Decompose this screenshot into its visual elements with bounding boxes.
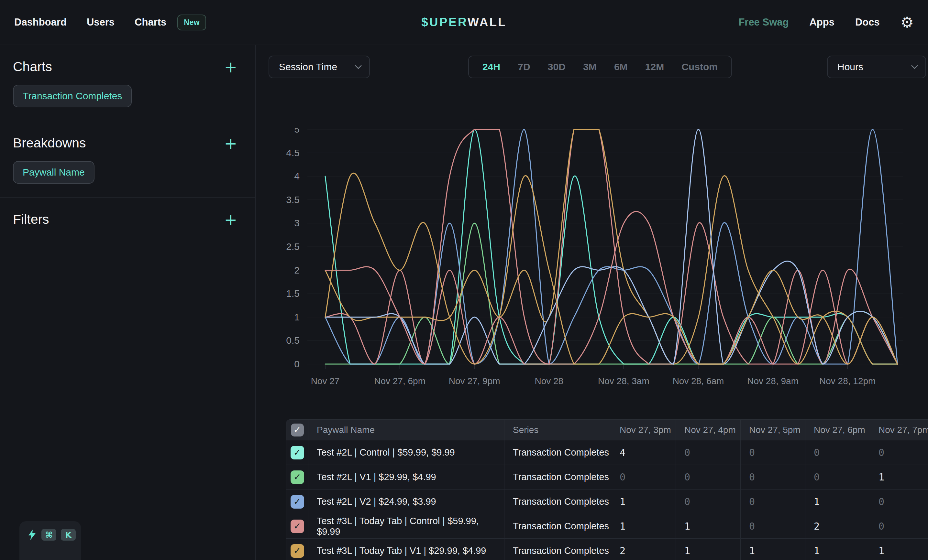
gear-icon[interactable]: ⚙ — [901, 15, 914, 30]
check-icon: ✓ — [293, 472, 301, 482]
series-cell: Transaction Completes — [504, 490, 611, 514]
table-header-row: ✓ Paywall Name Series Nov 27, 3pm Nov 27… — [286, 420, 928, 440]
value-cell: 0 — [741, 440, 805, 465]
series-cell: Transaction Completes — [504, 440, 611, 465]
check-icon: ✓ — [293, 521, 301, 531]
value-cell: 4 — [611, 440, 676, 465]
new-badge: New — [177, 15, 206, 30]
check-icon: ✓ — [293, 425, 301, 435]
filters-section-title: Filters — [13, 212, 49, 227]
nav-item-users[interactable]: Users — [87, 17, 114, 28]
value-cell: 0 — [741, 490, 805, 514]
value-cell: 2 — [805, 514, 870, 539]
column-header-hour: Nov 27, 3pm — [611, 420, 676, 440]
charts-section-title: Charts — [13, 59, 52, 75]
row-checkbox[interactable]: ✓ — [291, 495, 304, 508]
value-cell: 1 — [805, 490, 870, 514]
nav-item-free-swag[interactable]: Free Swag — [739, 17, 789, 28]
lightning-bolt-icon — [27, 529, 37, 540]
metric-select[interactable]: Session Time — [269, 56, 370, 78]
column-header-series: Series — [504, 420, 611, 440]
svg-text:5: 5 — [294, 128, 300, 134]
table-row: ✓ Test #2L | Control | $59.99, $9.99 Tra… — [286, 440, 928, 465]
value-cell: 0 — [676, 465, 741, 490]
command-palette-shortcut[interactable]: ⌘ K — [20, 521, 81, 560]
svg-text:1: 1 — [294, 312, 300, 323]
value-cell: 0 — [870, 514, 928, 539]
svg-text:2.5: 2.5 — [286, 241, 300, 252]
paywall-name-cell: Test #2L | Control | $59.99, $9.99 — [308, 440, 504, 465]
table-row: ✓ Test #2L | V2 | $24.99, $3.99 Transact… — [286, 490, 928, 514]
series-cell: Transaction Completes — [504, 465, 611, 490]
value-cell: 0 — [805, 465, 870, 490]
logo-accent-text: $UPER — [421, 15, 467, 29]
value-cell: 0 — [741, 514, 805, 539]
tab-30d[interactable]: 30D — [548, 61, 566, 72]
interval-select[interactable]: Hours — [827, 56, 926, 78]
cmd-key: ⌘ — [41, 529, 56, 540]
svg-text:0: 0 — [294, 359, 300, 369]
add-chart-button[interactable]: + — [224, 61, 237, 73]
svg-text:0.5: 0.5 — [286, 335, 300, 345]
svg-text:4.5: 4.5 — [286, 148, 300, 158]
paywall-name-cell: Test #3L | Today Tab | V1 | $29.99, $4.9… — [308, 539, 504, 560]
svg-text:Nov 28, 12pm: Nov 28, 12pm — [819, 376, 876, 386]
column-header-hour: Nov 27, 7pm — [870, 420, 928, 440]
k-key: K — [61, 529, 76, 540]
chip-paywall-name[interactable]: Paywall Name — [13, 161, 95, 184]
value-cell: 0 — [676, 490, 741, 514]
row-checkbox[interactable]: ✓ — [291, 470, 304, 484]
value-cell: 1 — [676, 539, 741, 560]
column-header-paywall-name: Paywall Name — [308, 420, 504, 440]
column-header-hour: Nov 27, 5pm — [741, 420, 805, 440]
check-icon: ✓ — [293, 447, 301, 458]
svg-text:Nov 27, 9pm: Nov 27, 9pm — [449, 376, 500, 386]
tab-6m[interactable]: 6M — [614, 61, 628, 72]
logo-rest-text: WALL — [467, 15, 507, 29]
value-cell: 0 — [805, 440, 870, 465]
svg-text:3.5: 3.5 — [286, 194, 300, 205]
interval-select-value: Hours — [837, 61, 863, 72]
value-cell: 0 — [870, 490, 928, 514]
tab-custom[interactable]: Custom — [681, 61, 718, 72]
column-header-hour: Nov 27, 4pm — [676, 420, 741, 440]
svg-text:Nov 28, 9am: Nov 28, 9am — [747, 376, 798, 386]
line-chart: 00.511.522.533.544.55Nov 27Nov 27, 6pmNo… — [278, 128, 903, 391]
tab-7d[interactable]: 7D — [518, 61, 530, 72]
row-checkbox[interactable]: ✓ — [291, 520, 304, 533]
value-cell: 1 — [870, 465, 928, 490]
breakdown-table: ✓ Paywall Name Series Nov 27, 3pm Nov 27… — [286, 419, 928, 560]
value-cell: 1 — [676, 514, 741, 539]
tab-24h[interactable]: 24H — [482, 61, 500, 72]
svg-text:3: 3 — [294, 218, 300, 228]
tab-12m[interactable]: 12M — [645, 61, 664, 72]
table-row: ✓ Test #2L | V1 | $29.99, $4.99 Transact… — [286, 465, 928, 490]
nav-item-apps[interactable]: Apps — [809, 17, 835, 28]
sidebar-section-filters: Filters + — [0, 198, 255, 241]
svg-text:Nov 27: Nov 27 — [311, 376, 340, 386]
value-cell: 1 — [741, 539, 805, 560]
nav-item-docs[interactable]: Docs — [855, 17, 880, 28]
nav-item-dashboard[interactable]: Dashboard — [14, 17, 67, 28]
row-checkbox[interactable]: ✓ — [291, 446, 304, 460]
sidebar-section-breakdowns: Breakdowns + Paywall Name — [0, 121, 255, 197]
row-checkbox[interactable]: ✓ — [291, 544, 304, 558]
nav-item-charts[interactable]: Charts — [134, 17, 166, 28]
select-all-checkbox[interactable]: ✓ — [291, 423, 304, 437]
check-icon: ✓ — [293, 545, 301, 556]
chip-transaction-completes[interactable]: Transaction Completes — [13, 85, 132, 107]
svg-text:2: 2 — [294, 265, 300, 275]
chevron-down-icon — [911, 62, 918, 69]
svg-text:4: 4 — [294, 171, 300, 181]
nav-left-group: Dashboard Users Charts New — [14, 15, 206, 30]
tab-3m[interactable]: 3M — [583, 61, 597, 72]
add-filter-button[interactable]: + — [224, 213, 237, 226]
sidebar: Charts + Transaction Completes Breakdown… — [0, 45, 256, 560]
chevron-down-icon — [355, 62, 362, 69]
superwall-logo[interactable]: $UPERWALL — [421, 15, 507, 29]
series-cell: Transaction Completes — [504, 539, 611, 560]
value-cell: 1 — [611, 490, 676, 514]
paywall-name-cell: Test #2L | V1 | $29.99, $4.99 — [308, 465, 504, 490]
add-breakdown-button[interactable]: + — [224, 137, 237, 150]
svg-text:1.5: 1.5 — [286, 288, 300, 299]
